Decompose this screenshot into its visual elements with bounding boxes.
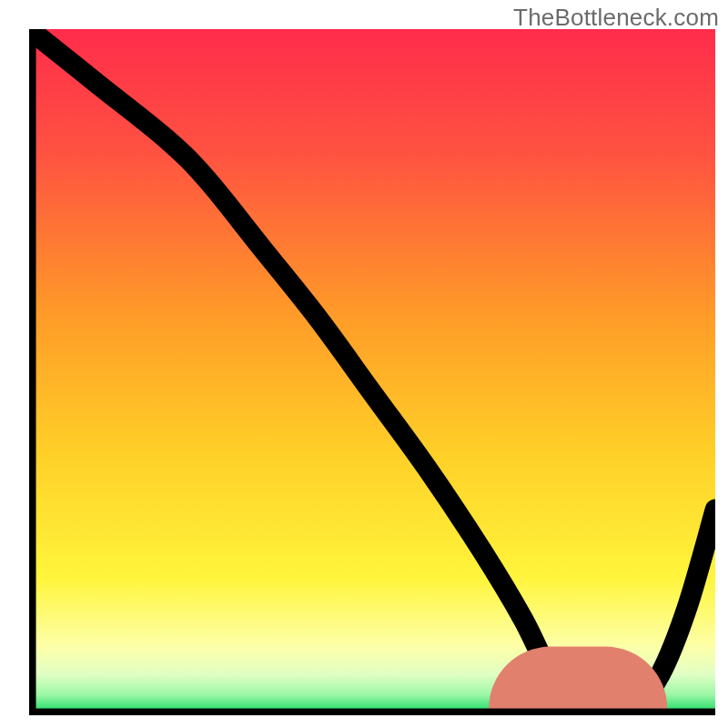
plot-area (29, 29, 715, 715)
watermark-text: TheBottleneck.com (513, 4, 719, 32)
axes (29, 29, 715, 715)
chart-container: TheBottleneck.com (0, 0, 728, 728)
